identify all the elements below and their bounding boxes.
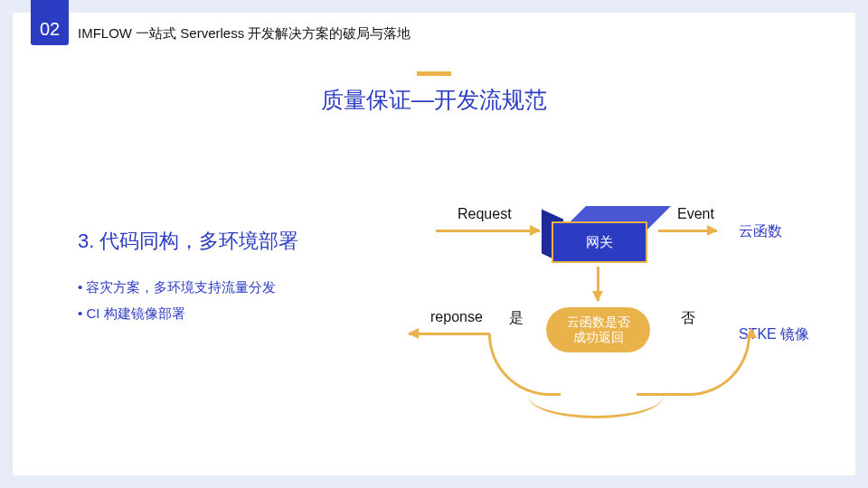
bullet-item: 容灾方案，多环境支持流量分发 bbox=[78, 275, 276, 301]
bullet-list: 容灾方案，多环境支持流量分发 CI 构建镜像部署 bbox=[78, 275, 276, 326]
no-curve-arrowhead bbox=[746, 327, 757, 338]
cloud-function-label: 云函数 bbox=[739, 222, 782, 241]
decision-text-line2: 成功返回 bbox=[573, 330, 624, 346]
yes-label: 是 bbox=[509, 309, 524, 328]
header-title: IMFLOW 一站式 Serverless 开发解决方案的破局与落地 bbox=[78, 25, 410, 42]
request-label: Request bbox=[458, 206, 512, 222]
request-arrow bbox=[436, 230, 540, 232]
no-label: 否 bbox=[681, 309, 695, 328]
decision-node: 云函数是否 成功返回 bbox=[546, 307, 650, 352]
slide-header: 02 IMFLOW 一站式 Serverless 开发解决方案的破局与落地 bbox=[13, 13, 855, 54]
section-badge: 02 bbox=[31, 0, 69, 45]
title-block: 质量保证—开发流规范 bbox=[13, 69, 855, 115]
decision-text-line1: 云函数是否 bbox=[567, 314, 630, 331]
event-label: Event bbox=[677, 206, 714, 222]
flow-diagram: 网关 Request Event 云函数 云函数是否 成功返回 是 否 repo… bbox=[401, 192, 844, 427]
gateway-node: 网关 bbox=[552, 221, 647, 263]
feedback-curve bbox=[528, 373, 664, 418]
title-accent-bar bbox=[417, 71, 451, 76]
down-arrow bbox=[597, 267, 599, 301]
section-subtitle: 3. 代码同构，多环境部署 bbox=[78, 228, 298, 255]
bullet-item: CI 构建镜像部署 bbox=[78, 301, 276, 327]
event-arrow bbox=[658, 230, 717, 232]
main-title: 质量保证—开发流规范 bbox=[13, 85, 855, 115]
slide: 02 IMFLOW 一站式 Serverless 开发解决方案的破局与落地 质量… bbox=[13, 13, 855, 475]
response-label: reponse bbox=[430, 309, 483, 325]
response-arrow bbox=[409, 333, 490, 335]
